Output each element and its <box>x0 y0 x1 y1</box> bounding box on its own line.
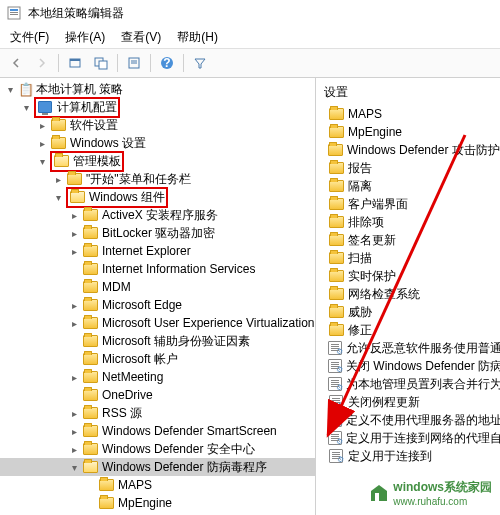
folder-icon <box>82 352 98 366</box>
collapse-icon[interactable]: ▾ <box>2 84 18 95</box>
tree-label: Microsoft 辅助身份验证因素 <box>102 333 250 350</box>
list-item[interactable]: 客户端界面 <box>316 195 500 213</box>
toolbar-separator <box>150 54 151 72</box>
tree-admin-templates[interactable]: ▾ 管理模板 <box>0 152 315 170</box>
list-item[interactable]: 报告 <box>316 159 500 177</box>
toolbar-separator <box>117 54 118 72</box>
tree-item[interactable]: ▸BitLocker 驱动器加密 <box>0 224 315 242</box>
list-item[interactable]: 实时保护 <box>316 267 500 285</box>
tree-item[interactable]: OneDrive <box>0 386 315 404</box>
menu-action[interactable]: 操作(A) <box>57 27 113 48</box>
expand-icon[interactable]: ▸ <box>66 426 82 437</box>
tree-windows-settings[interactable]: ▸ Windows 设置 <box>0 134 315 152</box>
tree-label: Windows Defender 安全中心 <box>102 441 255 458</box>
expand-icon[interactable]: ▸ <box>66 372 82 383</box>
item-label: 扫描 <box>348 250 372 267</box>
list-item[interactable]: 定义用于连接到 <box>316 447 500 465</box>
list-item[interactable]: MAPS <box>316 105 500 123</box>
item-label: 客户端界面 <box>348 196 408 213</box>
list-item[interactable]: 网络检查系统 <box>316 285 500 303</box>
tree-label: MDM <box>102 280 131 294</box>
tree-computer-config[interactable]: ▾ 计算机配置 <box>0 98 315 116</box>
toolbar-button-2[interactable] <box>89 51 113 75</box>
folder-icon <box>328 287 344 301</box>
tree-label: Windows Defender SmartScreen <box>102 424 277 438</box>
expand-icon[interactable]: ▸ <box>66 444 82 455</box>
tree-root-label: 本地计算机 策略 <box>36 81 123 98</box>
tree-item[interactable]: ▾Windows Defender 防病毒程序 <box>0 458 315 476</box>
nav-forward-button[interactable] <box>30 51 54 75</box>
list-item[interactable]: 关闭 Windows Defender 防病毒 <box>316 357 500 375</box>
tree-label: Internet Information Services <box>102 262 255 276</box>
tree-item[interactable]: ▸Windows Defender SmartScreen <box>0 422 315 440</box>
folder-icon <box>66 172 82 186</box>
tree-item[interactable]: ▸Microsoft User Experience Virtualizatio… <box>0 314 315 332</box>
list-item[interactable]: 隔离 <box>316 177 500 195</box>
expand-icon[interactable]: ▸ <box>66 246 82 257</box>
svg-rect-1 <box>10 9 18 11</box>
help-button[interactable]: ? <box>155 51 179 75</box>
tree-windows-components[interactable]: ▾ Windows 组件 <box>0 188 315 206</box>
list-item[interactable]: 威胁 <box>316 303 500 321</box>
toolbar-button-1[interactable] <box>63 51 87 75</box>
tree-item[interactable]: Microsoft 帐户 <box>0 350 315 368</box>
menu-view[interactable]: 查看(V) <box>113 27 169 48</box>
folder-icon <box>82 370 98 384</box>
list-item[interactable]: 允许反恶意软件服务使用普通优先 <box>316 339 500 357</box>
list-item[interactable]: 关闭例程更新 <box>316 393 500 411</box>
tree-item[interactable]: ▸Internet Explorer <box>0 242 315 260</box>
expand-icon[interactable]: ▸ <box>34 120 50 131</box>
folder-icon <box>328 233 344 247</box>
tree-label: Windows Defender 防病毒程序 <box>102 459 267 476</box>
expand-icon[interactable]: ▸ <box>50 174 66 185</box>
list-item[interactable]: 为本地管理员置列表合并行为 <box>316 375 500 393</box>
list-item[interactable]: Windows Defender 攻击防护 <box>316 141 500 159</box>
list-item[interactable]: 定义用于连接到网络的代理自动配 <box>316 429 500 447</box>
app-icon <box>6 5 22 21</box>
tree-item[interactable]: MpEngine <box>0 494 315 512</box>
tree-root[interactable]: ▾ 本地计算机 策略 <box>0 80 315 98</box>
tree-item[interactable]: Internet Information Services <box>0 260 315 278</box>
collapse-icon[interactable]: ▾ <box>34 156 50 167</box>
menu-file[interactable]: 文件(F) <box>2 27 57 48</box>
tree-item[interactable]: MAPS <box>0 476 315 494</box>
expand-icon[interactable]: ▸ <box>66 300 82 311</box>
tree-item[interactable]: ▸RSS 源 <box>0 404 315 422</box>
collapse-icon[interactable]: ▾ <box>50 192 66 203</box>
tree-item[interactable]: ▸Windows Defender 安全中心 <box>0 440 315 458</box>
svg-rect-15 <box>375 493 379 501</box>
filter-button[interactable] <box>188 51 212 75</box>
folder-icon <box>82 388 98 402</box>
tree-item[interactable]: ▸NetMeeting <box>0 368 315 386</box>
tree-label: OneDrive <box>102 388 153 402</box>
expand-icon[interactable]: ▸ <box>66 210 82 221</box>
tree-pane[interactable]: ▾ 本地计算机 策略 ▾ 计算机配置 ▸ 软件设置 ▸ Windows 设置 ▾ <box>0 78 316 515</box>
list-item[interactable]: 签名更新 <box>316 231 500 249</box>
tree-software-settings[interactable]: ▸ 软件设置 <box>0 116 315 134</box>
expand-icon[interactable]: ▸ <box>66 318 82 329</box>
list-item[interactable]: MpEngine <box>316 123 500 141</box>
tree-item[interactable]: MDM <box>0 278 315 296</box>
list-item[interactable]: 定义不使用代理服务器的地址 <box>316 411 500 429</box>
expand-icon[interactable]: ▸ <box>34 138 50 149</box>
expand-icon[interactable]: ▸ <box>66 408 82 419</box>
tree-start-taskbar[interactable]: ▸ "开始"菜单和任务栏 <box>0 170 315 188</box>
list-item[interactable]: 扫描 <box>316 249 500 267</box>
svg-rect-2 <box>10 12 18 13</box>
tree-item[interactable]: Microsoft 辅助身份验证因素 <box>0 332 315 350</box>
menu-help[interactable]: 帮助(H) <box>169 27 226 48</box>
watermark-url: www.ruhafu.com <box>393 496 492 507</box>
folder-icon <box>82 226 98 240</box>
expand-icon[interactable]: ▸ <box>66 228 82 239</box>
nav-back-button[interactable] <box>4 51 28 75</box>
details-pane[interactable]: 设置 MAPSMpEngineWindows Defender 攻击防护报告隔离… <box>316 78 500 515</box>
details-header: 设置 <box>316 80 500 105</box>
tree-item[interactable]: ▸Microsoft Edge <box>0 296 315 314</box>
expand-icon[interactable]: ▾ <box>66 462 82 473</box>
folder-icon <box>82 298 98 312</box>
list-item[interactable]: 修正 <box>316 321 500 339</box>
collapse-icon[interactable]: ▾ <box>18 102 34 113</box>
toolbar-button-3[interactable] <box>122 51 146 75</box>
list-item[interactable]: 排除项 <box>316 213 500 231</box>
tree-item[interactable]: ▸ActiveX 安装程序服务 <box>0 206 315 224</box>
